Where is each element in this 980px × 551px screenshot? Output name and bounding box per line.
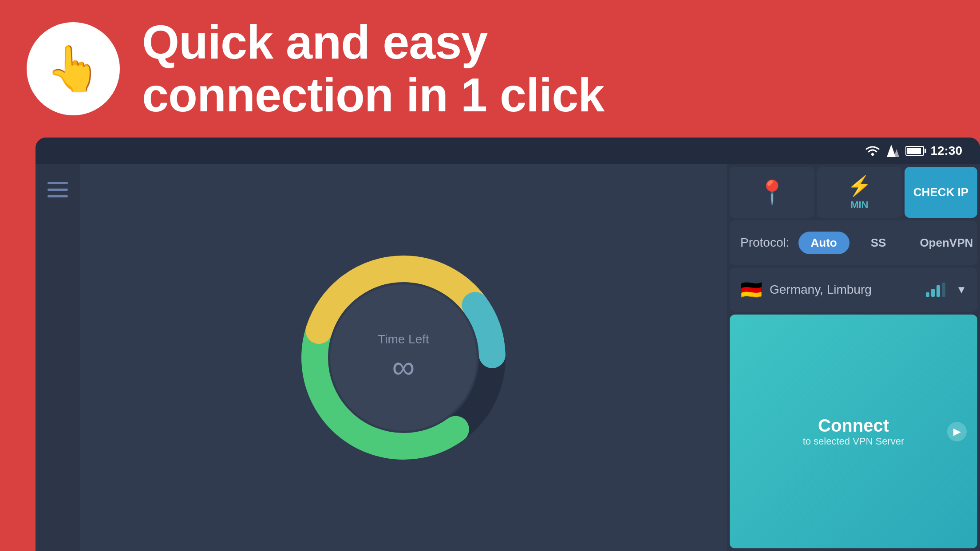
donut-chart: Time Left ∞: [288, 242, 519, 473]
server-selector[interactable]: 🇩🇪 Germany, Limburg ▼: [730, 268, 977, 312]
svg-marker-2: [894, 149, 899, 157]
check-ip-label: CHECK IP: [913, 185, 968, 199]
top-buttons-row: 📍 ⚡ MIN CHECK IP: [730, 167, 977, 218]
headline: Quick and easy connection in 1 click: [142, 16, 604, 122]
signal-bar-3: [937, 285, 940, 297]
finger-icon: 👆: [27, 22, 120, 115]
signal-bar-1: [926, 292, 929, 297]
svg-point-0: [871, 153, 874, 156]
protocol-label: Protocol:: [740, 236, 790, 250]
protocol-openvpn-button[interactable]: OpenVPN: [907, 232, 980, 254]
main-panel: Time Left ∞: [80, 164, 727, 551]
battery-icon: [905, 146, 924, 156]
protocol-ss-button[interactable]: SS: [858, 232, 899, 254]
app-content: Time Left ∞ 📍 ⚡ MIN CHECK IP: [36, 164, 980, 551]
time-left-label: Time Left: [346, 332, 461, 346]
donut-center: Time Left ∞: [346, 332, 461, 383]
server-name: Germany, Limburg: [770, 283, 919, 297]
connect-arrow-icon: ▶: [947, 422, 967, 441]
connect-subtext: to selected VPN Server: [803, 436, 905, 447]
headline-line2: connection in 1 click: [142, 69, 604, 122]
hamburger-line-2: [47, 189, 68, 191]
connect-label: Connect: [818, 416, 889, 436]
location-button[interactable]: 📍: [730, 167, 814, 218]
signal-bar-4: [942, 283, 945, 297]
wifi-icon: [865, 145, 881, 157]
speed-label: MIN: [850, 199, 868, 211]
status-time: 12:30: [930, 144, 962, 158]
status-icons: 12:30: [865, 144, 962, 158]
country-flag: 🇩🇪: [740, 279, 763, 300]
signal-bars: [926, 283, 945, 297]
protocol-auto-button[interactable]: Auto: [798, 232, 850, 254]
right-panel: 📍 ⚡ MIN CHECK IP Protocol: Auto SS OpenV…: [727, 164, 980, 551]
location-icon: 📍: [758, 179, 786, 206]
connect-button[interactable]: Connect to selected VPN Server ▶: [730, 315, 977, 548]
hamburger-line-1: [47, 182, 68, 184]
dropdown-arrow-icon: ▼: [956, 283, 967, 296]
svg-marker-1: [887, 145, 896, 157]
signal-icon: [887, 145, 899, 157]
sidebar: [36, 164, 80, 551]
headline-line1: Quick and easy: [142, 16, 604, 69]
protocol-row: Protocol: Auto SS OpenVPN: [730, 220, 977, 265]
check-ip-button[interactable]: CHECK IP: [905, 167, 977, 218]
lightning-icon: ⚡: [847, 174, 872, 197]
header-section: 👆 Quick and easy connection in 1 click: [0, 0, 980, 138]
signal-bar-2: [931, 289, 935, 297]
status-bar: 12:30: [36, 138, 980, 164]
device-screen: 12:30: [36, 138, 980, 551]
hamburger-line-3: [47, 195, 68, 197]
speed-button[interactable]: ⚡ MIN: [817, 167, 902, 218]
hamburger-menu[interactable]: [47, 182, 68, 197]
infinity-symbol: ∞: [346, 351, 461, 383]
